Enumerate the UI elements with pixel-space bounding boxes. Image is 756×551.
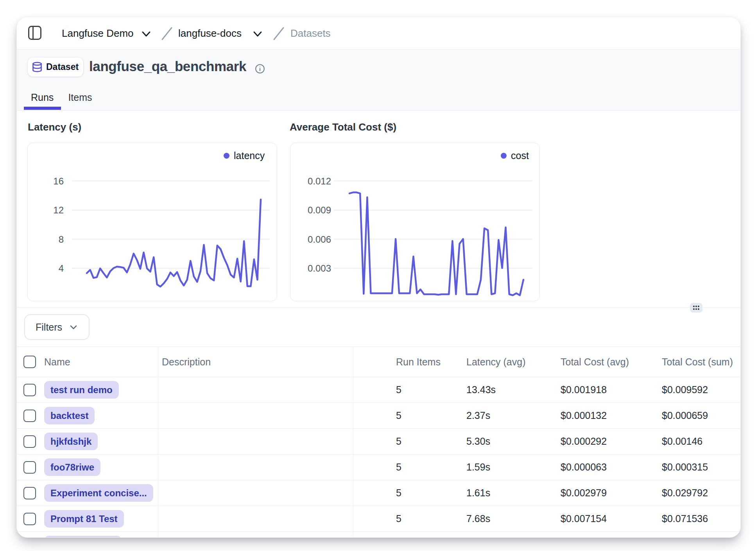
svg-text:0.006: 0.006 <box>308 234 331 245</box>
svg-text:0.003: 0.003 <box>308 263 331 274</box>
svg-text:4: 4 <box>59 263 64 274</box>
svg-text:0.012: 0.012 <box>308 176 331 186</box>
svg-text:0.009: 0.009 <box>308 205 331 215</box>
svg-text:12: 12 <box>53 205 64 215</box>
svg-text:16: 16 <box>53 176 64 186</box>
svg-text:8: 8 <box>59 234 64 245</box>
